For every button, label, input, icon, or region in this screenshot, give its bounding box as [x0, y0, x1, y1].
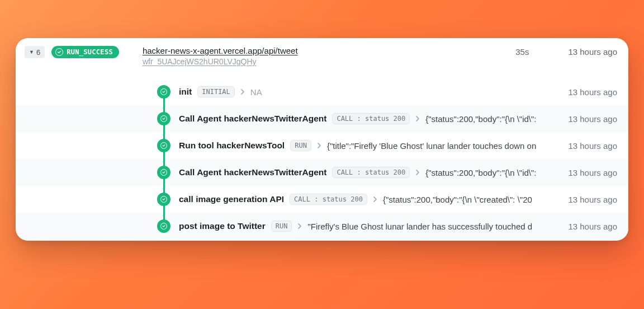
step-success-icon — [157, 193, 171, 206]
step-time: 13 hours ago — [564, 141, 617, 151]
step-name: post image to Twitter — [179, 221, 266, 231]
check-circle-icon — [55, 48, 63, 56]
step-count: 6 — [36, 48, 40, 57]
step-time: 13 hours ago — [564, 87, 617, 97]
status-label: RUN_SUCCESS — [67, 48, 113, 56]
step-output: {"status":200,"body":"{\n \"id\": — [425, 114, 564, 124]
step-output: {"status":200,"body":"{\n \"id\": — [425, 168, 564, 177]
step-name: init — [179, 87, 192, 97]
step-row[interactable]: call image generation APICALL : status 2… — [16, 186, 628, 213]
step-time: 13 hours ago — [564, 195, 617, 204]
step-body: post image to TwitterRUN"Firefly's Blue … — [157, 221, 564, 232]
expand-count-pill[interactable]: ▼ 6 — [25, 46, 45, 58]
step-body: initINITIALNA — [157, 86, 564, 97]
step-name: call image generation API — [179, 194, 284, 204]
run-title-block: hacker-news-x-agent.vercel.app/api/tweet… — [126, 46, 509, 66]
run-age: 13 hours ago — [568, 47, 617, 57]
step-success-icon — [157, 85, 171, 99]
chevron-right-icon — [373, 196, 377, 203]
step-output: {"title":"Firefly 'Blue Ghost' lunar lan… — [327, 141, 564, 151]
step-output: NA — [250, 87, 564, 97]
status-badge: RUN_SUCCESS — [51, 46, 119, 58]
step-row[interactable]: initINITIALNA13 hours ago — [16, 78, 628, 105]
chevron-right-icon — [317, 142, 321, 149]
chevron-right-icon — [415, 169, 420, 176]
run-url-link[interactable]: hacker-news-x-agent.vercel.app/api/tweet — [143, 46, 298, 55]
run-header: ▼ 6 RUN_SUCCESS hacker-news-x-agent.verc… — [16, 38, 628, 73]
step-row[interactable]: post image to TwitterRUN"Firefly's Blue … — [16, 213, 628, 240]
step-row[interactable]: Run tool hackerNewsToolRUN{"title":"Fire… — [16, 132, 628, 159]
step-output: "Firefly's Blue Ghost lunar lander has s… — [307, 222, 564, 231]
run-duration: 35s — [515, 47, 529, 57]
run-id-link[interactable]: wfr_5UAJcejWS2hUR0LVJgQHy — [143, 57, 257, 66]
step-name: Run tool hackerNewsTool — [179, 141, 285, 151]
chevron-right-icon — [297, 223, 302, 230]
step-time: 13 hours ago — [564, 168, 617, 177]
step-success-icon — [157, 139, 171, 152]
run-panel: ▼ 6 RUN_SUCCESS hacker-news-x-agent.verc… — [16, 38, 628, 241]
step-success-icon — [157, 112, 171, 125]
step-time: 13 hours ago — [564, 114, 617, 124]
step-type-badge: CALL : status 200 — [332, 167, 410, 178]
steps-list: initINITIALNA13 hours agoCall Agent hack… — [16, 73, 628, 241]
step-body: Run tool hackerNewsToolRUN{"title":"Fire… — [157, 140, 564, 151]
step-output: {"status":200,"body":"{\n \"created\": \… — [383, 195, 564, 204]
caret-down-icon: ▼ — [29, 50, 34, 55]
chevron-right-icon — [240, 88, 245, 95]
step-name: Call Agent hackerNewsTwitterAgent — [179, 167, 326, 177]
step-success-icon — [157, 219, 171, 233]
step-type-badge: CALL : status 200 — [332, 113, 410, 124]
step-success-icon — [157, 166, 171, 179]
step-row[interactable]: Call Agent hackerNewsTwitterAgentCALL : … — [16, 105, 628, 132]
step-type-badge: RUN — [290, 140, 311, 151]
step-name: Call Agent hackerNewsTwitterAgent — [179, 114, 326, 124]
step-type-badge: CALL : status 200 — [290, 194, 367, 205]
step-body: Call Agent hackerNewsTwitterAgentCALL : … — [157, 113, 564, 124]
step-body: call image generation APICALL : status 2… — [157, 194, 564, 205]
step-type-badge: INITIAL — [197, 86, 235, 97]
step-time: 13 hours ago — [564, 222, 617, 231]
step-body: Call Agent hackerNewsTwitterAgentCALL : … — [157, 167, 564, 178]
chevron-right-icon — [415, 115, 420, 122]
run-meta: 35s 13 hours ago — [515, 46, 617, 57]
step-type-badge: RUN — [271, 221, 292, 232]
step-row[interactable]: Call Agent hackerNewsTwitterAgentCALL : … — [16, 159, 628, 186]
